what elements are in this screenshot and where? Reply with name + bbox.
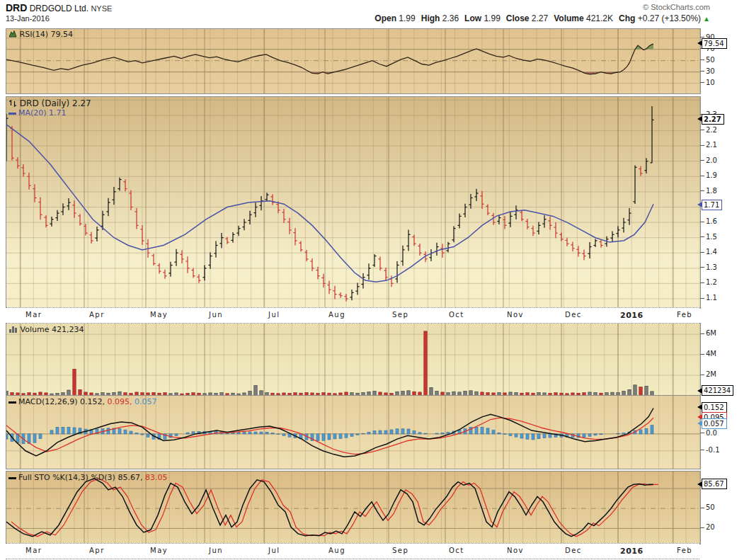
- month-label: May: [150, 311, 168, 319]
- ohlc-bars-icon: [8, 99, 17, 108]
- axis-tick-mark: [700, 236, 704, 237]
- month-label: Apr: [89, 311, 105, 319]
- axis-tick-label: 6M: [706, 329, 716, 337]
- axis-tick-mark: [700, 433, 704, 433]
- axis-tick-mark: [700, 282, 704, 283]
- axis-tick-label: 2.2: [706, 126, 717, 134]
- macd-legend: MACD(12,26,9) 0.152, 0.095, 0.057: [8, 397, 157, 406]
- quote-field-value: 1.99: [396, 13, 416, 23]
- rsi-line: [6, 44, 653, 74]
- axis-tick-mark: [700, 145, 704, 146]
- month-label: Jun: [209, 311, 223, 319]
- month-label: 2016: [620, 547, 644, 556]
- price-chart: [6, 97, 700, 308]
- exchange-label: NYSE: [91, 4, 112, 13]
- axis-tick-mark: [700, 450, 704, 450]
- axis-tick-label: 1.3: [706, 263, 717, 271]
- month-label: Mar: [25, 547, 42, 554]
- stockcharts-watermark-link[interactable]: © StockCharts.com: [643, 3, 710, 11]
- quote-field-label: Low: [464, 13, 481, 23]
- quote-field-value: 421.2K: [584, 13, 613, 23]
- rsi-value-box: 79.54: [702, 38, 727, 49]
- sto-percent-k-line: [6, 479, 653, 537]
- quote-field-label: Chg: [619, 13, 635, 23]
- axis-tick-label: 0.0: [706, 429, 717, 437]
- month-label: Mar: [25, 311, 42, 319]
- macd-hist-value: 0.057: [135, 397, 157, 406]
- price-legend-label: DRD (Daily) 2.27: [20, 98, 91, 108]
- volume-legend-label: Volume 421,234: [21, 325, 84, 334]
- price-panel: [6, 96, 701, 309]
- axis-tick-label: 1.5: [706, 233, 717, 241]
- month-label: Sep: [392, 547, 408, 554]
- axis-tick-label: 1.6: [706, 217, 717, 225]
- date-axis-strip: MarAprMayJunJulAugSepOctNovDec2016Feb: [6, 543, 699, 559]
- volume-bars: [6, 331, 653, 396]
- quote-field-value: 2.36: [440, 13, 459, 23]
- ohlc-bars: [6, 106, 654, 302]
- month-label: Oct: [449, 547, 464, 554]
- month-label: Jul: [268, 311, 280, 319]
- volume-chart: [6, 324, 700, 396]
- axis-tick-mark: [700, 354, 704, 355]
- axis-tick-mark: [700, 333, 704, 334]
- macd-line-swatch-icon: [8, 401, 16, 404]
- axis-tick-mark: [700, 375, 704, 375]
- month-label: Aug: [328, 547, 345, 554]
- rsi-mountain-icon: [8, 30, 17, 38]
- axis-tick-mark: [700, 130, 704, 130]
- month-label: Jul: [268, 547, 280, 554]
- macd-value-box: 0.057: [702, 418, 727, 429]
- ma-line-swatch-icon: [8, 113, 16, 115]
- axis-tick-label: 30: [706, 67, 715, 75]
- macd-legend-label: MACD(12,26,9) 0.152,: [18, 397, 105, 406]
- rsi-legend: RSI(14) 79.54: [8, 30, 73, 39]
- axis-tick-label: 1.9: [706, 171, 717, 179]
- chart-date: 13-Jan-2016: [6, 14, 50, 23]
- quote-field-value: 2.27: [530, 13, 549, 23]
- axis-tick-label: 2M: [706, 370, 716, 378]
- axis-tick-mark: [700, 527, 704, 528]
- volume-panel: [6, 323, 701, 396]
- company-name: DRDGOLD Ltd.: [30, 4, 88, 13]
- ohlc-quote-line: Open 1.99High 2.36Low 1.99Close 2.27Volu…: [369, 13, 710, 23]
- rsi-chart: [6, 29, 700, 93]
- month-label: Dec: [565, 311, 582, 319]
- quote-field-label: Open: [374, 13, 396, 23]
- axis-tick-mark: [700, 82, 704, 83]
- rsi-panel: [6, 28, 701, 94]
- quote-field-label: Volume: [554, 13, 583, 23]
- stockcharts-page: DRD DRDGOLD Ltd. NYSE © StockCharts.com …: [0, 0, 749, 560]
- ticker-symbol: DRD: [6, 2, 27, 13]
- macd-chart: [6, 396, 700, 469]
- month-label: Sep: [392, 311, 408, 319]
- date-axis-strip: MarAprMayJunJulAugSepOctNovDec2016Feb: [6, 307, 699, 324]
- axis-tick-label: -0.1: [706, 446, 720, 454]
- sto-legend-label: Full STO %K(14,3) %D(3) 85.67,: [18, 473, 142, 482]
- ma20-line: [6, 125, 653, 282]
- axis-tick-label: 20: [706, 523, 715, 531]
- ma-legend-label: MA(20) 1.71: [18, 108, 67, 118]
- sto-d-value: 83.05: [145, 473, 168, 482]
- axis-tick-label: 4M: [706, 350, 716, 358]
- axis-tick-label: 50: [706, 56, 715, 64]
- stochastic-chart: [6, 472, 700, 544]
- month-label: Apr: [89, 547, 105, 554]
- axis-tick-mark: [700, 59, 704, 60]
- price-value-box: 2.27: [702, 114, 724, 125]
- quote-field-value: 1.99: [481, 13, 501, 23]
- month-label: Nov: [507, 547, 524, 554]
- axis-tick-label: 1.1: [706, 294, 717, 302]
- axis-tick-label: 10: [706, 79, 715, 86]
- month-label: Feb: [677, 311, 692, 319]
- month-label: May: [150, 547, 168, 554]
- axis-tick-mark: [700, 508, 704, 508]
- axis-tick-mark: [700, 252, 704, 253]
- axis-tick-mark: [700, 267, 704, 268]
- ma-legend: MA(20) 1.71: [8, 108, 67, 118]
- axis-tick-mark: [700, 222, 704, 222]
- bottom-tick-row: [6, 559, 699, 559]
- axis-tick-mark: [700, 190, 704, 191]
- quote-field-label: Close: [506, 13, 530, 23]
- quote-field-label: High: [421, 13, 440, 23]
